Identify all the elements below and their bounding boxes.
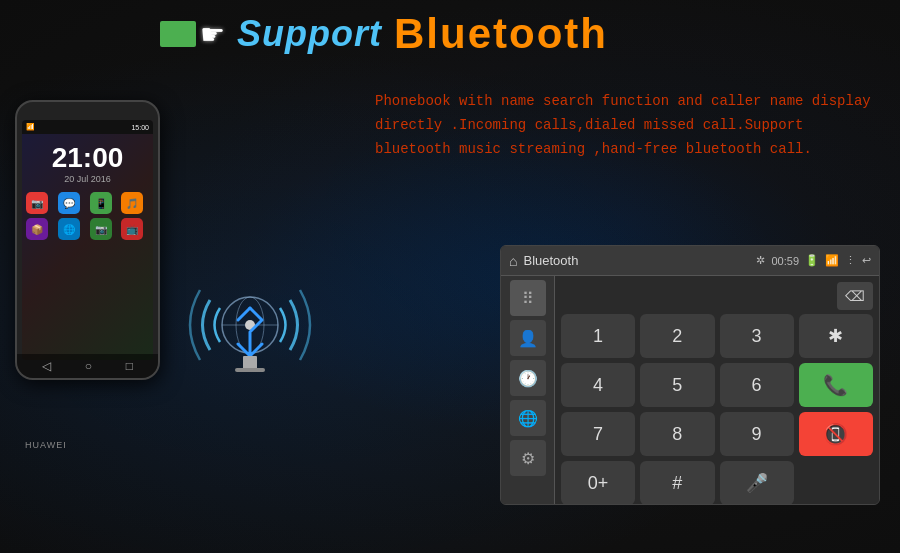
contacts-icon: 👤 xyxy=(518,329,538,348)
android-sidebar: ⠿ 👤 🕐 🌐 ⚙ xyxy=(501,276,555,504)
back-icon[interactable]: ↩ xyxy=(862,254,871,267)
dial-key-5[interactable]: 5 xyxy=(640,363,714,407)
description-content: Phonebook with name search function and … xyxy=(375,93,871,157)
phone-app-3: 📱 xyxy=(90,192,112,214)
android-home-icon[interactable]: ⌂ xyxy=(509,253,517,269)
bt-icon: ✲ xyxy=(756,254,765,267)
call-red-button[interactable]: 📵 xyxy=(799,412,873,456)
dial-grid: 123✱456📞789📵0+#🎤 xyxy=(561,314,873,505)
dial-key-7[interactable]: 7 xyxy=(561,412,635,456)
phone-brand: HUAWEI xyxy=(25,440,67,450)
sidebar-globe-btn[interactable]: 🌐 xyxy=(510,400,546,436)
description-text: Phonebook with name search function and … xyxy=(375,90,880,161)
svg-rect-4 xyxy=(243,356,257,370)
phone-app-1: 📷 xyxy=(26,192,48,214)
phone-bottom-bar: ◁ ○ □ xyxy=(17,354,158,378)
bluetooth-svg xyxy=(185,260,315,390)
phone-back-btn: ◁ xyxy=(42,359,51,373)
phone-clock: 21:00 xyxy=(22,142,153,174)
dial-key-9[interactable]: 9 xyxy=(720,412,794,456)
support-icon-area: ☛ xyxy=(160,18,225,51)
android-status-icons: ✲ 00:59 🔋 📶 ⋮ ↩ xyxy=(756,254,871,267)
dial-key-2[interactable]: 2 xyxy=(640,314,714,358)
phone-app-grid: 📷 💬 📱 🎵 📦 🌐 📷 📺 xyxy=(22,184,153,244)
clock-icon: 🕐 xyxy=(518,369,538,388)
phone-body: 📶 15:00 21:00 20 Jul 2016 📷 💬 📱 🎵 📦 🌐 📷 … xyxy=(15,100,160,380)
dial-key-star[interactable]: ✱ xyxy=(799,314,873,358)
phone-app-4: 🎵 xyxy=(121,192,143,214)
backspace-row: ⌫ xyxy=(561,282,873,310)
android-top-bar: ⌂ Bluetooth ✲ 00:59 🔋 📶 ⋮ ↩ xyxy=(501,246,879,276)
phone-recents-btn: □ xyxy=(126,359,133,373)
backspace-icon: ⌫ xyxy=(845,288,865,304)
android-title: Bluetooth xyxy=(523,253,750,268)
menu-icon[interactable]: ⋮ xyxy=(845,254,856,267)
phone-app-5: 📦 xyxy=(26,218,48,240)
phone-app-7: 📷 xyxy=(90,218,112,240)
phone-status-bar: 📶 15:00 xyxy=(22,120,153,134)
bluetooth-label: Bluetooth xyxy=(394,10,608,58)
android-main-dialer: ⌫ 123✱456📞789📵0+#🎤 xyxy=(555,276,879,504)
support-label: Support xyxy=(237,13,382,55)
sidebar-contacts-btn[interactable]: 👤 xyxy=(510,320,546,356)
settings-icon: ⚙ xyxy=(521,449,535,468)
mic-button[interactable]: 🎤 xyxy=(720,461,794,505)
green-flag-icon xyxy=(160,21,196,47)
dial-key-8[interactable]: 8 xyxy=(640,412,714,456)
dial-key-6[interactable]: 6 xyxy=(720,363,794,407)
sidebar-settings-btn[interactable]: ⚙ xyxy=(510,440,546,476)
phone-screen: 📶 15:00 21:00 20 Jul 2016 📷 💬 📱 🎵 📦 🌐 📷 … xyxy=(22,120,153,360)
bluetooth-logo xyxy=(185,260,315,390)
dial-key-0[interactable]: 0+ xyxy=(561,461,635,505)
android-body: ⠿ 👤 🕐 🌐 ⚙ ⌫ 123✱456📞789📵0+#🎤 xyxy=(501,276,879,504)
svg-rect-5 xyxy=(235,368,265,372)
phone-date: 20 Jul 2016 xyxy=(22,174,153,184)
dial-key-hash[interactable]: # xyxy=(640,461,714,505)
header: ☛ Support Bluetooth xyxy=(160,10,608,58)
phone-home-btn: ○ xyxy=(85,359,92,373)
dial-key-1[interactable]: 1 xyxy=(561,314,635,358)
phone-app-8: 📺 xyxy=(121,218,143,240)
phone-app-6: 🌐 xyxy=(58,218,80,240)
backspace-button[interactable]: ⌫ xyxy=(837,282,873,310)
signal-icon: 📶 xyxy=(825,254,839,267)
battery-icon: 🔋 xyxy=(805,254,819,267)
hand-pointer-icon: ☛ xyxy=(200,18,225,51)
time-display: 00:59 xyxy=(771,255,799,267)
globe-icon: 🌐 xyxy=(518,409,538,428)
phone-app-2: 💬 xyxy=(58,192,80,214)
call-green-button[interactable]: 📞 xyxy=(799,363,873,407)
phone-screen-content: 📶 15:00 21:00 20 Jul 2016 📷 💬 📱 🎵 📦 🌐 📷 … xyxy=(22,120,153,360)
sidebar-dialpad-btn[interactable]: ⠿ xyxy=(510,280,546,316)
dial-key-3[interactable]: 3 xyxy=(720,314,794,358)
dial-key-4[interactable]: 4 xyxy=(561,363,635,407)
sidebar-recents-btn[interactable]: 🕐 xyxy=(510,360,546,396)
dialpad-icon: ⠿ xyxy=(522,289,534,308)
android-bluetooth-ui: ⌂ Bluetooth ✲ 00:59 🔋 📶 ⋮ ↩ ⠿ 👤 🕐 🌐 xyxy=(500,245,880,505)
